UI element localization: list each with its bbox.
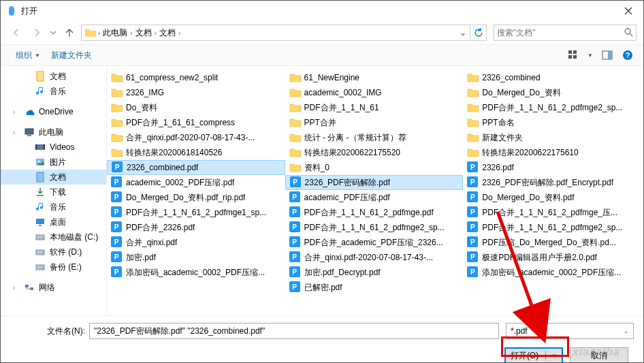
new-folder-button[interactable]: 新建文件夹 xyxy=(46,48,97,63)
search-input[interactable] xyxy=(497,28,624,37)
file-item[interactable]: 61_NewEngine xyxy=(285,70,464,85)
file-item[interactable]: P加密.pdf xyxy=(107,250,285,265)
file-item[interactable]: 统计 - 分离 -（常规计算）荐 xyxy=(285,130,464,145)
breadcrumb-seg[interactable]: 文档 xyxy=(157,27,178,39)
organize-button[interactable]: 组织▼ xyxy=(10,48,46,63)
drive-icon xyxy=(35,262,46,272)
file-name: 2326_PDF密码解除.pdf xyxy=(305,177,390,189)
file-item[interactable]: 转换结果20200622175520 xyxy=(285,145,464,160)
close-button[interactable] xyxy=(615,1,642,20)
file-item[interactable]: academic_0002_IMG xyxy=(285,85,464,100)
file-name: 统计 - 分离 -（常规计算）荐 xyxy=(304,132,406,144)
file-item[interactable]: Do_资料 xyxy=(107,100,285,115)
file-item[interactable]: Pacademic_PDF压缩.pdf xyxy=(285,190,464,205)
search-icon[interactable] xyxy=(624,27,633,39)
search-box[interactable] xyxy=(494,25,637,41)
file-item[interactable]: P2326_combined.pdf xyxy=(107,160,285,175)
breadcrumb-seg[interactable]: 文档 xyxy=(133,27,155,39)
file-item[interactable]: PPDF合并_1_1_N_61_2_pdfmge_压... xyxy=(463,205,641,220)
pdf-icon: P xyxy=(111,236,123,249)
navigation-tree[interactable]: 文档音乐›OneDrive›此电脑Videos图片文档下载音乐桌面本地磁盘 (C… xyxy=(1,66,107,315)
file-item[interactable]: PPT命名 xyxy=(463,115,641,130)
file-name: PDF合并_1_1_N_61_2_pdfmge2_sp... xyxy=(482,222,622,234)
file-item[interactable]: PDo_Merged_Do_资料.pdf xyxy=(463,190,641,205)
pdf-icon: P xyxy=(111,191,123,204)
forward-button[interactable] xyxy=(28,24,46,42)
file-item[interactable]: 61_compress_new2_split xyxy=(107,70,285,85)
file-item[interactable]: PDF合并_1_1_N_61 xyxy=(285,100,464,115)
file-item[interactable]: 2326_IMG xyxy=(107,85,285,100)
file-name: PDF压缩_Do_Merged_Do_资料.pd... xyxy=(482,237,616,249)
file-item[interactable]: P添加密码_academic_0002_PDF压缩... xyxy=(463,265,641,280)
file-item[interactable]: P合并_qinxi.pdf-2020-07-08-17-43-... xyxy=(285,250,464,265)
file-name: PDF合并_1_1_N_61_2_pdfmge.pdf xyxy=(304,207,434,219)
file-name: PDF合并_1_61_61_compress xyxy=(126,117,235,129)
tree-node[interactable]: 文档 xyxy=(1,69,106,84)
chevron-down-icon: ⌄ xyxy=(624,328,629,334)
view-mode-button[interactable] xyxy=(567,49,579,61)
file-item[interactable]: PPDF合并_academic_PDF压缩_2326... xyxy=(285,235,464,250)
tree-node[interactable]: 音乐 xyxy=(1,84,106,99)
file-item[interactable]: PDF合并_1_1_N_61_2_pdfmge2_sp... xyxy=(463,100,641,115)
tree-node[interactable]: 文档 xyxy=(1,170,106,185)
help-button[interactable]: ? xyxy=(622,49,634,61)
file-item[interactable]: 转换结果20200622175610 xyxy=(463,145,641,160)
file-item[interactable]: P加密.pdf_Decrypt.pdf xyxy=(285,265,464,280)
tree-node[interactable]: 下载 xyxy=(1,185,106,200)
filename-input[interactable] xyxy=(89,323,499,339)
preview-pane-button[interactable] xyxy=(601,49,613,61)
view-dropdown[interactable]: ▼ xyxy=(587,52,593,59)
back-button[interactable] xyxy=(7,24,25,42)
chevron-right-icon[interactable]: › xyxy=(178,29,180,37)
file-item[interactable]: PPT合并 xyxy=(285,115,464,130)
file-item[interactable]: PPDF合并_1_1_N_61_2_pdfmge1_sp... xyxy=(107,205,285,220)
tree-node[interactable]: ›网络 xyxy=(1,280,106,295)
recent-dropdown[interactable] xyxy=(48,24,58,42)
refresh-button[interactable] xyxy=(470,25,486,40)
file-item[interactable]: 合并_qinxi.pdf-2020-07-08-17-43-... xyxy=(107,130,285,145)
svg-rect-12 xyxy=(35,144,45,150)
tree-node[interactable]: 本地磁盘 (C:) xyxy=(1,230,106,244)
tree-node[interactable]: 音乐 xyxy=(1,200,106,215)
file-item[interactable]: 转换结果20200618140526 xyxy=(107,145,285,160)
file-item[interactable]: 资料_0 xyxy=(285,160,464,175)
file-name: 加密.pdf xyxy=(126,252,156,264)
tree-label: 备份 (E:) xyxy=(50,262,82,273)
file-item[interactable]: PPDF合并_1_1_N_61_2_pdfmge2_sp... xyxy=(463,220,641,235)
tree-node[interactable]: Videos xyxy=(1,140,106,155)
file-item[interactable]: PDF合并_1_61_61_compress xyxy=(107,115,285,130)
tree-node[interactable]: 软件 (D:) xyxy=(1,244,106,259)
tree-node[interactable]: ›OneDrive xyxy=(1,104,106,119)
tree-node[interactable]: 桌面 xyxy=(1,215,106,230)
file-item[interactable]: PPDF合并_1_1_N_61_2_pdfmge2_sp... xyxy=(285,220,464,235)
breadcrumb-dropdown[interactable]: ⌄ xyxy=(456,28,470,37)
file-item[interactable]: Pacademic_0002_PDF压缩.pdf xyxy=(107,175,285,190)
tree-node[interactable]: ›此电脑 xyxy=(1,125,106,140)
up-button[interactable] xyxy=(61,24,78,42)
svg-rect-6 xyxy=(608,51,612,59)
file-item[interactable]: 2326_combined xyxy=(463,70,641,85)
file-name: 2326_IMG xyxy=(126,88,164,97)
breadcrumb-seg[interactable]: 此电脑 xyxy=(100,27,130,39)
file-item[interactable]: P合并_qinxi.pdf xyxy=(107,235,285,250)
breadcrumb-bar[interactable]: › 此电脑 › 文档 › 文档 › ⌄ xyxy=(81,25,487,41)
folder-icon xyxy=(289,101,302,114)
file-item[interactable]: P已解密.pdf xyxy=(285,280,464,295)
file-item[interactable]: P2326.pdf xyxy=(463,160,641,175)
folder-icon xyxy=(289,131,302,144)
tree-node[interactable]: 备份 (E:) xyxy=(1,259,106,274)
pdf-icon: P xyxy=(111,206,123,219)
file-item[interactable]: PPDF压缩_Do_Merged_Do_资料.pd... xyxy=(463,235,641,250)
file-item[interactable]: Do_Merged_Do_资料 xyxy=(463,85,641,100)
file-item[interactable]: PPDF合并_1_1_N_61_2_pdfmge.pdf xyxy=(285,205,464,220)
file-list[interactable]: 61_compress_new2_split2326_IMGDo_资料PDF合并… xyxy=(107,66,643,315)
file-item[interactable]: PDo_Merged_Do_资料.pdf_rip.pdf xyxy=(107,190,285,205)
file-item[interactable]: 新建文件夹 xyxy=(463,130,641,145)
file-item[interactable]: P2326_PDF密码解除.pdf_Encrypt.pdf xyxy=(463,175,641,190)
file-item[interactable]: P2326_PDF密码解除.pdf xyxy=(285,175,464,190)
tree-node[interactable]: 图片 xyxy=(1,155,106,170)
file-item[interactable]: P极速PDF编辑器用户手册2.0.pdf xyxy=(463,250,641,265)
file-item[interactable]: PPDF合并_2326.pdf xyxy=(107,220,285,235)
file-item[interactable]: P添加密码_academic_0002_PDF压缩... xyxy=(107,265,285,280)
folder-icon xyxy=(289,72,302,84)
